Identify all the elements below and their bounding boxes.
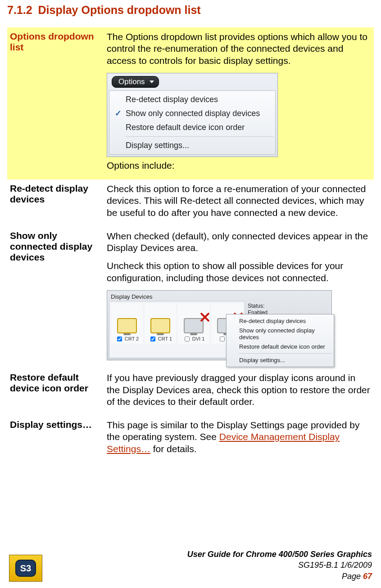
menu-item-show-only[interactable]: Show only connected display devices [109,107,275,121]
figure-options-button-label: Options [118,77,145,86]
body-show-only: When checked (default), only connected d… [104,227,374,369]
label-restore: Restore default device icon order [7,368,104,416]
figure-options-dropdown: Options Re-detect display devices Show o… [107,73,278,157]
device-slot-crt2[interactable]: CRT 2 [111,303,143,344]
submenu-item-show-only[interactable]: Show only connected display devices [227,326,334,342]
figure-options-button[interactable]: Options [112,76,159,88]
footer-page: Page 67 [187,571,372,582]
row-options-dropdown: Options dropdown list The Options dropdo… [7,27,374,180]
menu-item-restore[interactable]: Restore default device icon order [109,121,275,135]
options-include-text: Options include: [107,160,371,171]
section-heading: 7.1.2 Display Options dropdown list [7,4,374,17]
devices-options-submenu: Re-detect display devices Show only conn… [226,314,334,367]
devices-iconrow: CRT 2 CRT 1 [109,301,245,359]
figure-options-menu: Re-detect display devices Show only conn… [109,90,276,155]
label-redetect: Re-detect display devices [7,180,104,227]
footer-page-label: Page [342,572,363,581]
menu-separator [126,136,273,137]
options-dropdown-intro: The Options dropdown list provides optio… [107,31,371,67]
section-number: 7.1.2 [7,4,32,16]
figure-display-devices: Display Devices CRT 2 [107,290,332,361]
s3-logo-text: S3 [15,560,36,577]
submenu-item-display-settings[interactable]: Display settings... [227,355,334,365]
show-only-p2: Uncheck this option to show all possible… [107,260,371,284]
display-settings-after: for details. [150,444,197,454]
body-restore: If you have previously dragged your disp… [104,368,374,416]
checkbox-crt2-input[interactable] [117,337,122,341]
monitor-icon [150,318,170,333]
submenu-item-redetect[interactable]: Re-detect display devices [227,316,334,326]
section-title-text: Display Options dropdown list [38,4,201,16]
body-redetect: Check this option to force a re-enumerat… [104,180,374,227]
label-options-dropdown: Options dropdown list [7,27,104,180]
row-display-settings: Display settings… This page is similar t… [7,416,374,463]
status-title: Status: [248,303,287,310]
footer-text: User Guide for Chrome 400/500 Series Gra… [187,549,372,582]
submenu-separator [239,353,332,354]
body-options-dropdown: The Options dropdown list provides optio… [104,27,374,180]
content-table: Options dropdown list The Options dropdo… [7,27,374,463]
footer-doc-title: User Guide for Chrome 400/500 Series Gra… [187,549,372,560]
restore-text: If you have previously dragged your disp… [107,372,371,408]
submenu-item-restore[interactable]: Restore default device icon order [227,342,334,351]
device-checkbox-dvi1[interactable]: DVI 1 [183,335,205,343]
menu-item-display-settings[interactable]: Display settings... [109,139,275,153]
devices-header: Display Devices [109,292,330,301]
show-only-p1: When checked (default), only connected d… [107,230,371,254]
device-label-dvi1: DVI 1 [192,336,205,341]
device-label-crt1: CRT 1 [158,336,172,341]
checkbox-dvi1-input[interactable] [185,337,190,341]
device-slot-dvi1[interactable]: DVI 1 [178,303,209,344]
device-label-crt2: CRT 2 [125,336,139,341]
row-redetect: Re-detect display devices Check this opt… [7,180,374,227]
page-footer: S3 User Guide for Chrome 400/500 Series … [0,544,381,588]
footer-doc-info: SG195-B.1 1/6/2009 [187,560,372,570]
row-show-only: Show only connected display devices When… [7,227,374,369]
monitor-icon [117,318,137,333]
row-restore: Restore default device icon order If you… [7,368,374,416]
footer-page-number: 67 [363,572,372,581]
menu-item-redetect[interactable]: Re-detect display devices [109,93,275,107]
label-display-settings: Display settings… [7,416,104,463]
body-display-settings: This page is similar to the Display Sett… [104,416,374,463]
s3-logo: S3 [9,555,42,582]
chevron-down-icon [150,81,154,83]
checkbox-crt1-input[interactable] [150,337,155,341]
label-show-only: Show only connected display devices [7,227,104,369]
display-settings-text: This page is similar to the Display Sett… [107,419,371,455]
checkbox-sec-input[interactable] [220,337,225,341]
device-checkbox-crt2[interactable]: CRT 2 [115,335,139,343]
device-checkbox-crt1[interactable]: CRT 1 [149,335,172,343]
redetect-text: Check this option to force a re-enumerat… [107,183,371,219]
device-slot-crt1[interactable]: CRT 1 [145,303,176,344]
